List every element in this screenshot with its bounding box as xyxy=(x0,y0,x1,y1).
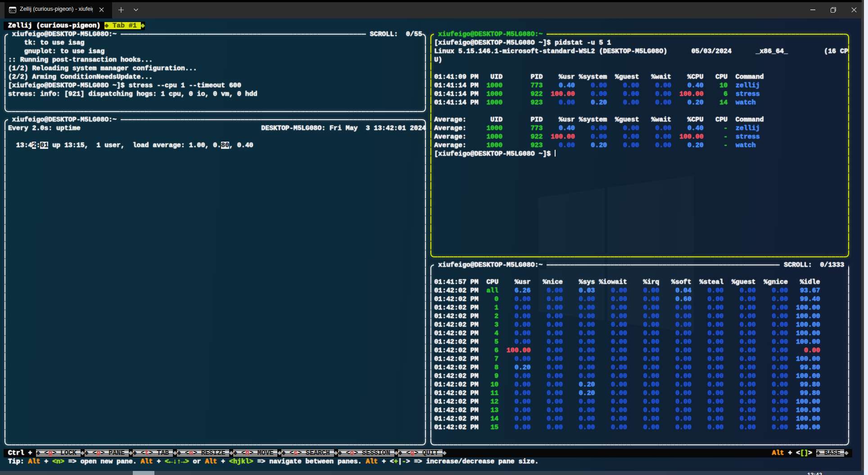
svg-text:C:\: C:\ xyxy=(10,9,16,13)
